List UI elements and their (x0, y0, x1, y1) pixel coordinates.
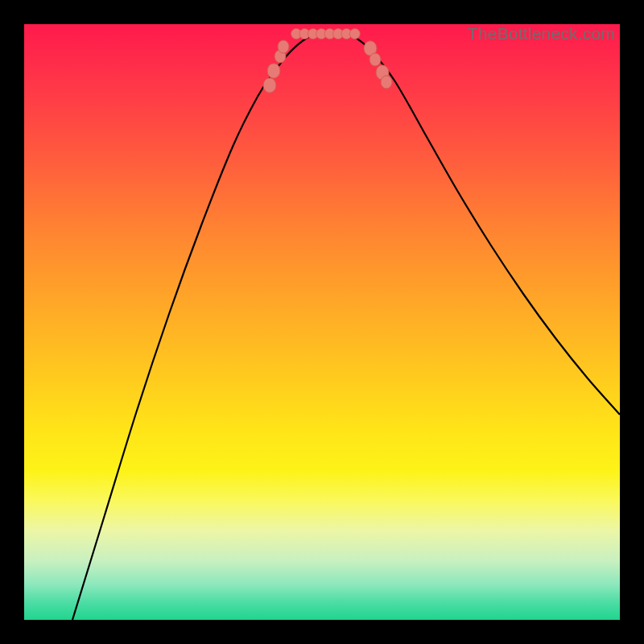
bottleneck-curve (72, 31, 620, 620)
curve-bottom-segment (291, 29, 361, 39)
bottom-seg-dot (349, 29, 360, 39)
marker-dot (267, 64, 280, 78)
marker-dot (278, 40, 289, 53)
watermark-label: TheBottleneck.com (468, 24, 615, 43)
bottleneck-curve-svg (24, 24, 620, 620)
curve-markers (263, 40, 392, 93)
marker-dot (369, 53, 381, 66)
plot-area (24, 24, 620, 620)
marker-dot (381, 76, 392, 89)
chart-frame: TheBottleneck.com (0, 0, 644, 644)
marker-dot (263, 78, 276, 93)
